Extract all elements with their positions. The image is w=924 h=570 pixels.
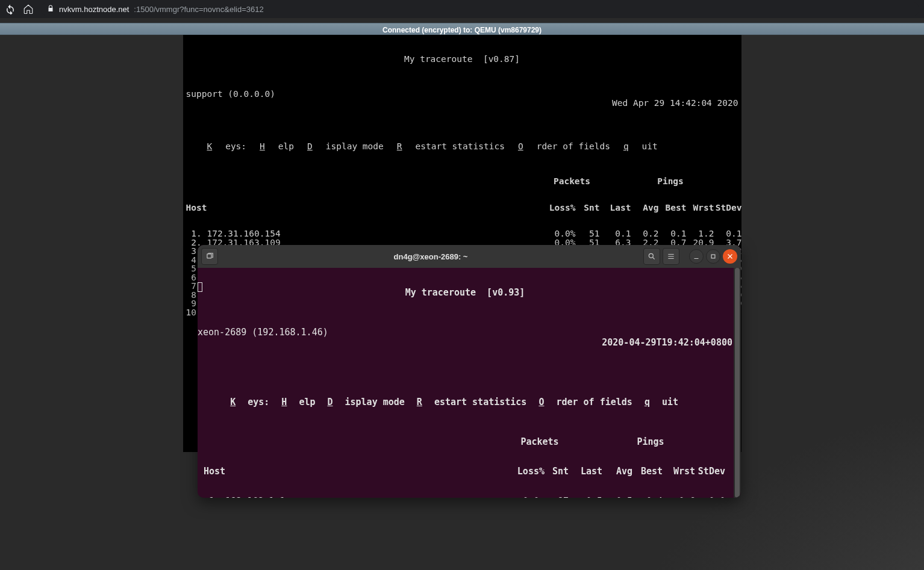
gnome-window-title: dn4g@xeon-2689: ~ <box>222 252 640 261</box>
terminal-scrollbar[interactable] <box>734 268 741 498</box>
terminal-cursor <box>198 282 202 292</box>
mtr1-pings-label: Pings <box>600 177 741 186</box>
url-host: nvkvm.hoztnode.net <box>59 5 129 14</box>
mtr2-menu: Keys:HelpDisplay modeRestart statisticsO… <box>198 387 732 417</box>
mtr2-title: My traceroute [v0.93] <box>198 288 732 298</box>
hdr-avg: Avg <box>602 466 632 477</box>
mtr1-timestamp: Wed Apr 29 14:42:04 2020 <box>612 99 738 108</box>
hop-avg: 0.5 <box>602 497 632 498</box>
hop-wrst: 0.6 <box>663 497 695 498</box>
mtr2-timestamp: 2020-04-29T19:42:04+0800 <box>602 338 732 348</box>
hop-last: 0.1 <box>600 229 631 238</box>
minimize-button[interactable] <box>689 249 704 264</box>
mtr2-pings-label: Pings <box>569 437 732 447</box>
mtr2-group-headers: Packets Pings <box>198 437 732 447</box>
hdr-snt: Snt <box>545 466 569 477</box>
url-path: :1500/vmmgr?func=novnc&elid=3612 <box>134 5 263 14</box>
mtr1-column-headers: Host Loss% Snt Last Avg Best Wrst StDev <box>183 203 741 212</box>
hop-snt: 51 <box>576 229 600 238</box>
hop-stdev: 0.0 <box>695 497 725 498</box>
hdr-wrst: Wrst <box>663 466 695 477</box>
hop-best: 0.4 <box>632 497 663 498</box>
hdr-avg: Avg <box>631 203 659 212</box>
hdr-snt: Snt <box>576 203 600 212</box>
novnc-status-bar: Connected (encrypted) to: QEMU (vm867972… <box>0 23 924 35</box>
mtr1-group-headers: Packets Pings <box>183 177 741 186</box>
new-tab-button[interactable] <box>201 248 218 265</box>
hop-stdev: 0.1 <box>714 229 742 238</box>
hop-loss: 0.0% <box>511 497 545 498</box>
hdr-stdev: StDev <box>695 466 725 477</box>
hop-loss: 0.0% <box>545 229 576 238</box>
hdr-loss: Loss% <box>545 203 576 212</box>
hdr-host: Host <box>198 466 511 477</box>
close-button[interactable] <box>723 249 737 264</box>
address-bar[interactable]: nvkvm.hoztnode.net:1500/vmmgr?func=novnc… <box>41 2 919 16</box>
hdr-last: Last <box>600 203 631 212</box>
mtr1-hostinfo: support (0.0.0.0) <box>186 90 275 99</box>
hdr-wrst: Wrst <box>687 203 714 212</box>
hop-best: 0.1 <box>659 229 687 238</box>
hdr-best: Best <box>632 466 663 477</box>
maximize-button[interactable] <box>706 249 720 264</box>
hdr-loss: Loss% <box>511 466 545 477</box>
hop-row: 1. 192.168.1.10.0%870.50.50.40.60.0 <box>198 497 732 498</box>
scrollbar-thumb[interactable] <box>735 268 740 498</box>
gnome-terminal-body[interactable]: My traceroute [v0.93] xeon-2689 (192.168… <box>198 268 732 497</box>
hop-avg: 0.2 <box>631 229 659 238</box>
novnc-status-text: Connected (encrypted) to: QEMU (vm867972… <box>382 26 542 34</box>
menu-button[interactable] <box>663 248 679 265</box>
hop-name: 1. 192.168.1.1 <box>198 497 511 498</box>
svg-point-1 <box>649 253 653 258</box>
mtr1-menu: Keys:HelpDisplay modeRestart statisticsO… <box>183 134 741 160</box>
svg-rect-0 <box>207 254 211 258</box>
mtr2-hostinfo: xeon-2689 (192.168.1.46) <box>198 327 328 338</box>
gnome-titlebar[interactable]: dn4g@xeon-2689: ~ <box>198 245 741 268</box>
search-button[interactable] <box>643 248 660 265</box>
hdr-host: Host <box>183 203 545 212</box>
reload-icon[interactable] <box>5 4 16 14</box>
hop-wrst: 1.2 <box>687 229 714 238</box>
lock-icon <box>47 5 54 14</box>
mtr2-packets-label: Packets <box>511 437 569 447</box>
hop-row: 1. 172.31.160.1540.0%510.10.20.11.20.1 <box>183 229 741 238</box>
mtr1-packets-label: Packets <box>545 177 600 186</box>
mtr2-column-headers: Host Loss% Snt Last Avg Best Wrst StDev <box>198 466 732 477</box>
home-icon[interactable] <box>23 4 34 14</box>
svg-rect-2 <box>711 255 715 258</box>
hdr-stdev: StDev <box>714 203 742 212</box>
hdr-last: Last <box>569 466 602 477</box>
hdr-best: Best <box>659 203 687 212</box>
browser-url-bar: nvkvm.hoztnode.net:1500/vmmgr?func=novnc… <box>0 0 924 18</box>
hop-last: 0.5 <box>569 497 602 498</box>
hop-name: 1. 172.31.160.154 <box>183 229 545 238</box>
gnome-terminal-window: dn4g@xeon-2689: ~ My traceroute [v0.93] … <box>198 245 741 498</box>
hop-snt: 87 <box>545 497 569 498</box>
mtr1-title: My traceroute [v0.87] <box>183 55 741 64</box>
